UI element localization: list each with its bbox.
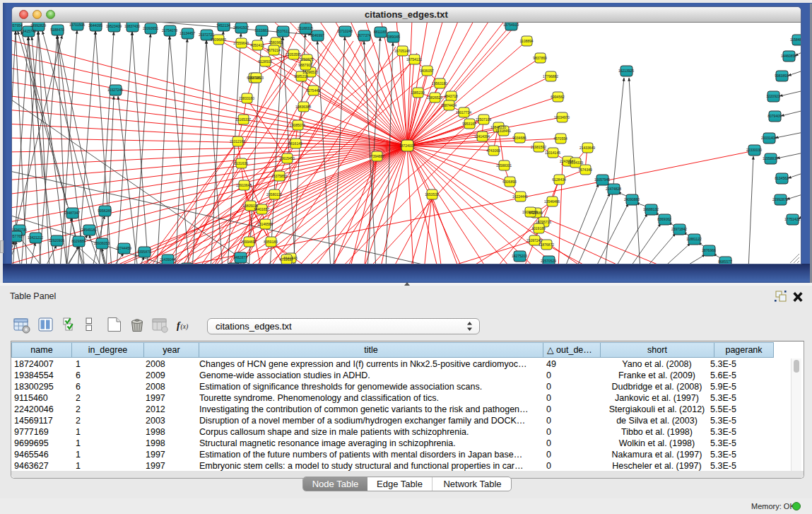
svg-text:7452134: 7452134 [216, 23, 230, 28]
svg-text:8359183: 8359183 [264, 240, 278, 244]
svg-text:22093651: 22093651 [143, 26, 158, 30]
svg-text:6128434: 6128434 [552, 177, 566, 182]
svg-text:18096865: 18096865 [211, 37, 226, 42]
svg-text:15165337: 15165337 [235, 117, 251, 122]
svg-text:10327246: 10327246 [107, 88, 123, 92]
svg-text:2580963: 2580963 [269, 40, 283, 45]
svg-text:9953167: 9953167 [462, 122, 476, 126]
svg-text:3131636: 3131636 [234, 161, 248, 165]
svg-text:18754131: 18754131 [406, 57, 422, 62]
svg-text:8369062: 8369062 [657, 217, 671, 221]
svg-text:18795716: 18795716 [536, 220, 551, 224]
svg-text:20994697: 20994697 [241, 240, 257, 244]
svg-text:18034339: 18034339 [567, 160, 583, 165]
svg-text:11881122: 11881122 [686, 237, 702, 241]
svg-text:11876872: 11876872 [539, 243, 554, 247]
svg-text:1108894: 1108894 [519, 39, 533, 43]
svg-text:10837430: 10837430 [124, 24, 140, 28]
svg-text:16213925: 16213925 [618, 69, 634, 73]
svg-text:13134457: 13134457 [180, 31, 195, 35]
svg-text:7674349: 7674349 [578, 168, 592, 172]
svg-text:4753657: 4753657 [279, 257, 293, 262]
svg-text:22744459: 22744459 [116, 246, 131, 250]
svg-text:14460856: 14460856 [781, 54, 796, 58]
svg-text:19836388: 19836388 [295, 105, 311, 109]
svg-text:3644095: 3644095 [88, 23, 102, 28]
svg-text:10710248: 10710248 [337, 29, 353, 33]
svg-text:19688132: 19688132 [643, 207, 659, 211]
svg-text:18724007: 18724007 [399, 144, 415, 148]
svg-text:21439044: 21439044 [160, 257, 175, 262]
svg-text:13805018: 13805018 [242, 204, 258, 208]
svg-text:19085076: 19085076 [290, 123, 305, 127]
svg-text:13241736: 13241736 [12, 228, 27, 232]
svg-text:23936053: 23936053 [94, 241, 110, 245]
svg-text:23487347: 23487347 [64, 211, 80, 215]
svg-text:8079409: 8079409 [767, 114, 782, 118]
svg-text:4679214: 4679214 [266, 48, 281, 52]
svg-text:24090883: 24090883 [624, 197, 640, 201]
svg-text:4389045: 4389045 [386, 35, 400, 39]
svg-text:5685216: 5685216 [294, 74, 308, 78]
svg-text:13910648: 13910648 [236, 183, 252, 187]
svg-text:11318461: 11318461 [495, 129, 511, 133]
svg-text:9816145: 9816145 [288, 141, 302, 146]
svg-text:22507109: 22507109 [476, 117, 491, 122]
svg-text:1019189: 1019189 [531, 226, 546, 230]
svg-text:21981592: 21981592 [531, 145, 546, 149]
svg-text:5793975: 5793975 [300, 57, 314, 62]
svg-text:12414394: 12414394 [474, 134, 490, 139]
svg-text:16415740: 16415740 [20, 29, 36, 33]
svg-text:11584847: 11584847 [790, 37, 801, 42]
svg-text:11014145: 11014145 [545, 151, 560, 155]
svg-text:2457954: 2457954 [12, 23, 23, 28]
svg-text:22053595: 22053595 [286, 52, 301, 57]
svg-text:8134562: 8134562 [775, 176, 789, 180]
svg-text:5188470: 5188470 [50, 28, 64, 32]
svg-text:19098556: 19098556 [522, 210, 538, 214]
svg-text:13754919: 13754919 [503, 23, 519, 27]
svg-text:6306893: 6306893 [502, 180, 517, 184]
svg-text:24549181: 24549181 [81, 228, 97, 232]
svg-text:15588301: 15588301 [496, 163, 512, 168]
svg-text:13421212: 13421212 [28, 235, 43, 240]
svg-text:13179613: 13179613 [248, 76, 264, 80]
svg-text:17796882: 17796882 [543, 74, 558, 78]
svg-text:23833160: 23833160 [239, 96, 254, 100]
svg-text:20615450: 20615450 [279, 156, 295, 160]
svg-text:16224441: 16224441 [512, 194, 528, 199]
svg-text:6128503: 6128503 [258, 59, 272, 64]
svg-text:3220921: 3220921 [766, 94, 780, 98]
svg-text:13701506: 13701506 [69, 23, 85, 27]
svg-text:9887903: 9887903 [298, 63, 312, 67]
svg-text:9983893: 9983893 [775, 74, 789, 78]
svg-text:8029889: 8029889 [71, 239, 86, 243]
svg-text:21754078: 21754078 [162, 28, 177, 33]
svg-text:22992872: 22992872 [772, 197, 788, 201]
svg-text:6994562: 6994562 [551, 95, 565, 99]
svg-text:1653531: 1653531 [425, 192, 439, 197]
svg-text:23188315: 23188315 [298, 26, 313, 30]
svg-text:18034970: 18034970 [554, 115, 570, 119]
svg-text:12920906: 12920906 [49, 238, 64, 243]
svg-text:13546466: 13546466 [544, 199, 560, 204]
svg-text:22474828: 22474828 [606, 187, 621, 191]
svg-text:18992829: 18992829 [30, 23, 46, 28]
svg-text:23874404: 23874404 [441, 103, 457, 107]
svg-text:22570529: 22570529 [541, 259, 556, 263]
svg-text:21433649: 21433649 [579, 146, 595, 150]
svg-text:19523409: 19523409 [106, 24, 122, 28]
svg-text:17751421: 17751421 [784, 217, 800, 221]
svg-text:9958289: 9958289 [98, 209, 112, 213]
svg-text:20031404: 20031404 [761, 136, 777, 140]
svg-text:10057945: 10057945 [594, 177, 610, 182]
svg-text:21012166: 21012166 [230, 139, 245, 144]
svg-text:8811165: 8811165 [374, 30, 387, 34]
svg-text:9837869: 9837869 [533, 56, 547, 60]
svg-text:20372723: 20372723 [199, 33, 214, 37]
svg-text:4843718: 4843718 [444, 94, 458, 98]
svg-text:19563180: 19563180 [432, 81, 447, 86]
svg-text:4050413: 4050413 [250, 43, 264, 47]
svg-text:8646997: 8646997 [310, 33, 324, 37]
svg-text:22330030: 22330030 [746, 148, 762, 152]
